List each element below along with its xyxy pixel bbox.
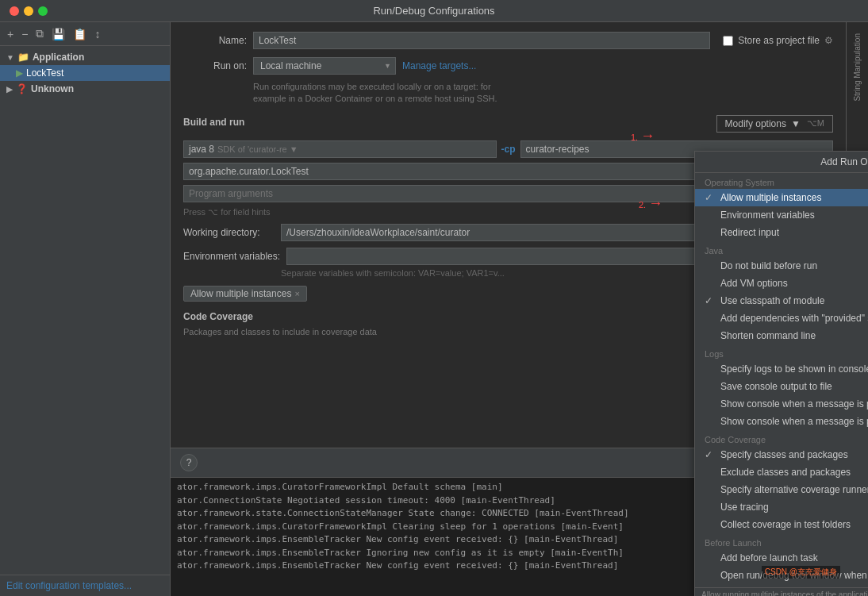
- dropdown-section-header: Before Launch: [695, 533, 868, 549]
- window-controls: [10, 6, 48, 16]
- sidebar-item-unknown[interactable]: ▶ ❓ Unknown: [0, 81, 170, 97]
- edit-templates-link[interactable]: Edit configuration templates...: [6, 580, 132, 591]
- unknown-icon: ❓: [16, 83, 28, 94]
- config-tree: ▼ 📁 Application ▶ LockTest ▶ ❓ Unknown: [0, 46, 170, 575]
- dropdown-item-use-tracing[interactable]: Use tracing: [695, 498, 868, 516]
- dropdown-item-no-build[interactable]: Do not build before run: [695, 257, 868, 275]
- dropdown-item-before-launch-task[interactable]: Add before launch task: [695, 549, 868, 567]
- application-label: Application: [33, 52, 84, 63]
- name-input[interactable]: [253, 32, 710, 49]
- allow-multiple-tag-close[interactable]: ×: [294, 289, 299, 298]
- add-icon[interactable]: +: [5, 26, 16, 42]
- dropdown-item-add-deps[interactable]: Add dependencies with "provided" scope t…: [695, 310, 868, 327]
- help-icon: ?: [186, 457, 192, 468]
- dropdown-menu: Add Run Options Operating System✓Allow m…: [694, 151, 868, 596]
- check-icon: ✓: [705, 192, 716, 203]
- right-panel: Name: Store as project file ⚙ Run on: Lo…: [171, 22, 846, 596]
- dropdown-section-header: Code Coverage: [695, 430, 868, 446]
- watermark: CSDN @充充爱健身: [762, 566, 840, 579]
- dropdown-status-bar: Allow running multiple instances of the …: [695, 587, 868, 596]
- sidebar-item-locktest[interactable]: ▶ LockTest: [0, 65, 170, 81]
- check-icon: ✓: [705, 295, 716, 306]
- dropdown-item-label: Collect coverage in test folders: [720, 519, 851, 530]
- dropdown-item-label: Environment variables: [720, 210, 815, 221]
- dropdown-section-header: Operating System: [695, 173, 868, 189]
- dropdown-item-label: Allow multiple instances: [720, 192, 821, 203]
- dropdown-item-env-vars[interactable]: Environment variables: [695, 206, 868, 224]
- env-vars-label: Environment variables:: [183, 251, 280, 262]
- check-icon: ✓: [705, 449, 716, 460]
- unknown-label: Unknown: [31, 83, 74, 94]
- dropdown-item-label: Redirect input: [720, 227, 779, 238]
- folder-icon[interactable]: 📋: [71, 26, 89, 42]
- close-button[interactable]: [10, 6, 19, 16]
- dropdown-item-collect-test-folders[interactable]: Collect coverage in test folders: [695, 516, 868, 533]
- modify-options-label: Modify options: [725, 118, 786, 129]
- dropdown-item-specify-classes[interactable]: ✓Specify classes and packages: [695, 446, 868, 463]
- status-bar-text: Allow running multiple instances of the …: [701, 590, 868, 596]
- dropdown-item-label: Show console when a message is printed t…: [720, 416, 868, 427]
- dropdown-section-header: Logs: [695, 344, 868, 360]
- help-button[interactable]: ?: [180, 454, 198, 471]
- modify-options-shortcut: ⌥M: [807, 118, 824, 129]
- gear-icon[interactable]: ⚙: [824, 35, 833, 46]
- name-label: Name:: [183, 35, 247, 46]
- save-icon[interactable]: 💾: [49, 26, 67, 42]
- remove-icon[interactable]: −: [19, 26, 30, 42]
- allow-multiple-tag-label: Allow multiple instances: [190, 288, 291, 299]
- dropdown-item-label: Save console output to file: [720, 381, 832, 392]
- copy-icon[interactable]: ⧉: [33, 25, 46, 42]
- annotation-2: 2. →: [639, 195, 663, 212]
- left-bottom: Edit configuration templates...: [0, 575, 170, 596]
- modify-options-button[interactable]: Modify options ▼ ⌥M: [716, 115, 833, 133]
- dropdown-item-vm-options[interactable]: Add VM options^⌥V: [695, 275, 868, 292]
- dialog-title: Run/Debug Configurations: [373, 5, 494, 17]
- store-as-project-checkbox[interactable]: [723, 36, 733, 46]
- manage-targets-link[interactable]: Manage targets...: [402, 60, 476, 71]
- expand-icon: ▼: [6, 53, 14, 62]
- dropdown-item-label: Shorten command line: [720, 330, 816, 341]
- dropdown-item-label: Specify logs to be shown in console: [720, 363, 868, 375]
- run-on-row: Run on: Local machine Manage targets...: [183, 57, 833, 75]
- dropdown-item-show-stderr[interactable]: Show console when a message is printed t…: [695, 413, 868, 430]
- dropdown-item-label: Exclude classes and packages: [720, 467, 851, 478]
- store-as-project-label: Store as project file: [738, 35, 820, 46]
- left-toolbar: + − ⧉ 💾 📋 ↕: [0, 22, 170, 46]
- dropdown-item-label: Specify alternative coverage runner: [720, 484, 868, 495]
- locktest-label: LockTest: [26, 67, 63, 79]
- expand-icon2: ▶: [6, 85, 13, 94]
- dropdown-item-label: Add dependencies with "provided" scope t…: [720, 313, 868, 324]
- dropdown-item-use-classpath[interactable]: ✓Use classpath of module^⌥O: [695, 292, 868, 310]
- run-on-select-wrapper: Local machine: [253, 57, 396, 75]
- run-on-select[interactable]: Local machine: [253, 57, 396, 75]
- string-manipulation-label[interactable]: String Manipulation: [850, 29, 865, 106]
- dropdown-item-alt-runner[interactable]: Specify alternative coverage runner: [695, 481, 868, 498]
- working-dir-label: Working directory:: [183, 227, 275, 238]
- cp-label: -cp: [501, 144, 516, 155]
- run-on-label: Run on:: [183, 60, 247, 71]
- sidebar-item-application[interactable]: ▼ 📁 Application: [0, 49, 170, 65]
- dropdown-item-label: Do not build before run: [720, 260, 817, 271]
- dropdown-item-save-console[interactable]: Save console output to file: [695, 378, 868, 395]
- dropdown-item-label: Show console when a message is printed t…: [720, 398, 868, 410]
- dropdown-item-shorten-cmd[interactable]: Shorten command line: [695, 327, 868, 344]
- dropdown-item-label: Specify classes and packages: [720, 449, 848, 460]
- dropdown-item-label: Add before launch task: [720, 552, 818, 563]
- sort-icon[interactable]: ↕: [92, 26, 102, 42]
- main-container: + − ⧉ 💾 📋 ↕ ▼ 📁 Application ▶ LockTest ▶…: [0, 22, 868, 596]
- dropdown-item-specify-logs[interactable]: Specify logs to be shown in console: [695, 360, 868, 378]
- dropdown-item-allow-multiple[interactable]: ✓Allow multiple instances^⌥U: [695, 189, 868, 206]
- dropdown-item-show-stdout[interactable]: Show console when a message is printed t…: [695, 395, 868, 413]
- dropdown-item-exclude-classes[interactable]: Exclude classes and packages: [695, 463, 868, 481]
- maximize-button[interactable]: [38, 6, 48, 16]
- run-config-icon: ▶: [16, 67, 23, 79]
- dropdown-item-label: Use tracing: [720, 502, 769, 513]
- dropdown-item-label: Add VM options: [720, 278, 788, 289]
- dropdown-item-redirect-input[interactable]: Redirect input: [695, 224, 868, 241]
- build-and-run-header: Build and run Modify options ▼ ⌥M: [183, 113, 833, 134]
- dropdown-item-label: Use classpath of module: [720, 295, 824, 306]
- dropdown-title: Add Run Options: [695, 152, 868, 173]
- minimize-button[interactable]: [24, 6, 33, 16]
- sdk-suffix: SDK of 'curator-re ▼: [217, 144, 298, 154]
- dropdown-section-header: Java: [695, 241, 868, 257]
